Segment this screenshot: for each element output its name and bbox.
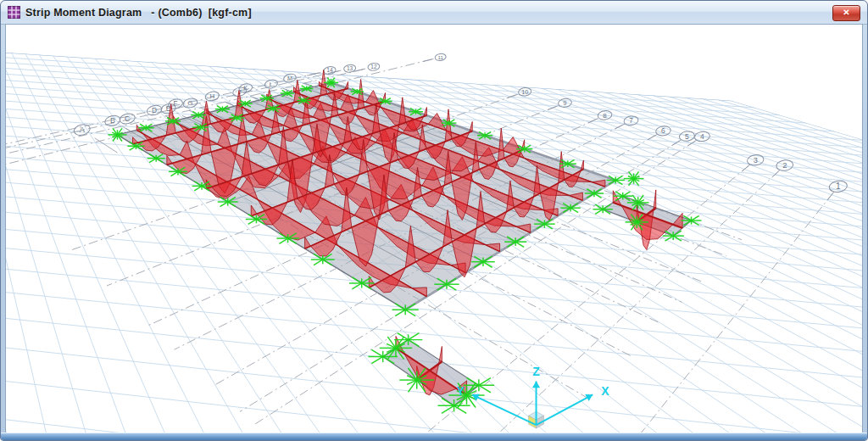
svg-text:7: 7 [629, 117, 633, 125]
window: Strip Moment Diagram - (Comb6) [kgf-cm] … [0, 0, 868, 441]
support-x-icon [392, 304, 419, 316]
svg-text:6: 6 [661, 126, 665, 135]
y-axis [472, 394, 537, 425]
svg-text:9: 9 [563, 99, 566, 107]
x-axis-label: X [601, 384, 609, 398]
support-x-icon [297, 98, 310, 104]
svg-text:3: 3 [754, 156, 758, 165]
svg-text:5: 5 [685, 132, 689, 141]
z-axis-label: Z [532, 365, 540, 378]
screenshot-stage: Strip Moment Diagram - (Comb6) [kgf-cm] … [0, 0, 868, 441]
support-x-icon [260, 95, 274, 102]
model-viewport[interactable]: ABCDEFGHJKLM1413121110987654321XYZ [5, 24, 863, 433]
support-x-icon [378, 98, 392, 105]
support-x-icon [215, 106, 230, 113]
grid-bubble: 12 [353, 63, 380, 72]
svg-text:2: 2 [782, 160, 787, 170]
svg-text:C: C [125, 114, 130, 123]
support-x-icon [350, 88, 364, 94]
support-x-icon [266, 105, 281, 112]
support-x-icon [238, 100, 253, 107]
bottom-panel[interactable] [368, 333, 494, 414]
support-x-icon [300, 86, 314, 92]
window-bottom-edge [1, 433, 867, 440]
svg-text:D: D [152, 106, 157, 114]
svg-text:A: A [80, 126, 86, 134]
svg-text:10: 10 [521, 88, 528, 96]
grid-bubble: 14 [307, 66, 337, 76]
window-title: Strip Moment Diagram - (Comb6) [kgf-cm] [25, 7, 252, 19]
svg-text:M: M [287, 75, 292, 81]
svg-text:L: L [270, 81, 273, 88]
svg-text:B: B [110, 116, 115, 125]
support-x-icon [438, 398, 470, 413]
axis-triad: XYZ [457, 365, 610, 428]
svg-text:13: 13 [347, 65, 353, 71]
svg-text:1: 1 [836, 181, 841, 191]
svg-text:12: 12 [370, 64, 377, 70]
strip-moment-3d-view[interactable]: ABCDEFGHJKLM1413121110987654321XYZ [6, 25, 862, 433]
app-icon[interactable] [8, 6, 20, 19]
close-button[interactable]: ✕ [832, 5, 860, 21]
support-x-icon [281, 90, 294, 97]
svg-text:G: G [187, 99, 192, 107]
svg-text:8: 8 [603, 112, 607, 120]
y-axis-label: Y [457, 384, 465, 398]
svg-text:F: F [174, 100, 178, 108]
title-bar[interactable]: Strip Moment Diagram - (Comb6) [kgf-cm] … [1, 1, 867, 25]
svg-text:H: H [209, 92, 214, 100]
svg-text:K: K [243, 84, 248, 92]
svg-text:4: 4 [700, 132, 704, 141]
svg-text:11: 11 [437, 54, 443, 60]
support-x-icon [409, 109, 423, 115]
